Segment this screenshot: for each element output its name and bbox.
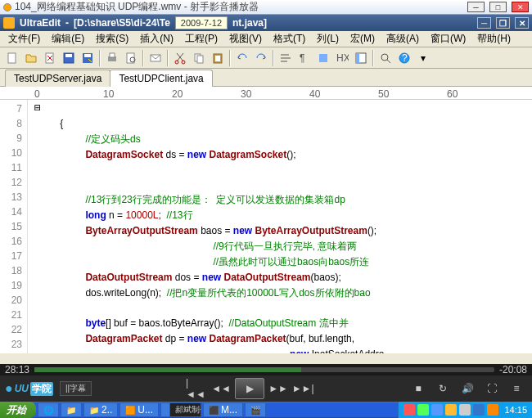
toolbar-dropdown-icon[interactable]: ▾ — [414, 49, 432, 67]
menu-format[interactable]: 格式(T) — [268, 31, 310, 47]
ue-minimize-button[interactable]: ─ — [477, 17, 491, 29]
toolbar-separator — [229, 50, 231, 66]
help-icon[interactable]: ? — [395, 49, 413, 67]
cut-icon[interactable] — [171, 49, 189, 67]
tray-icon[interactable] — [431, 404, 443, 416]
mail-icon[interactable] — [147, 49, 165, 67]
prev-track-icon[interactable]: |◄◄ — [186, 379, 207, 398]
toolbar: ¶ HX ? ▾ — [0, 47, 532, 69]
save-as-icon[interactable] — [79, 49, 97, 67]
video-player-bar: 28:13 -20:08 ●UU学院 ||字幕 |◄◄ ◄◄ ▶ ►► ►►| … — [0, 364, 532, 402]
menu-column[interactable]: 列(L) — [312, 31, 344, 47]
fullscreen-icon[interactable]: ⛶ — [481, 379, 503, 398]
show-spaces-icon[interactable]: ¶ — [295, 49, 313, 67]
print-icon[interactable] — [103, 49, 121, 67]
block-icon[interactable] — [314, 49, 332, 67]
outer-window-title: 104_网络编程基础知识 UDP编程.wmv - 射手影音播放器 — [15, 0, 462, 14]
taskbar-item[interactable]: 🎬 — [245, 402, 266, 417]
tray-icon[interactable] — [417, 404, 429, 416]
outer-maximize-button[interactable]: □ — [489, 2, 507, 12]
ultraedit-path-part1: [D:\share\S5\di-24\Te — [74, 17, 170, 29]
svg-rect-7 — [110, 53, 115, 57]
word-wrap-icon[interactable] — [277, 49, 295, 67]
progress-row: 28:13 -20:08 — [0, 364, 532, 375]
tray-icon[interactable] — [445, 404, 457, 416]
windows-taskbar: 开始 🌐 📁 📁 2.. 🟧 U... 郝斌制作 ⬛ M... 🎬 14:15 — [0, 402, 532, 418]
menu-macro[interactable]: 宏(M) — [345, 31, 380, 47]
subtitle-button[interactable]: ||字幕 — [60, 381, 92, 396]
tab-testudpserver[interactable]: TestUDPServer.java — [5, 70, 110, 87]
player-controls: ●UU学院 ||字幕 |◄◄ ◄◄ ▶ ►► ►►| ■ ↻ 🔊 ⛶ ≡ — [0, 375, 532, 402]
ue-close-button[interactable]: ✕ — [515, 17, 529, 29]
menu-advanced[interactable]: 高级(A) — [381, 31, 424, 47]
toolbar-separator — [273, 50, 274, 66]
panel-icon[interactable] — [352, 49, 370, 67]
menu-help[interactable]: 帮助(H) — [472, 31, 516, 47]
tab-testudpclient[interactable]: TestUDPClient.java — [110, 70, 212, 87]
open-file-icon[interactable] — [22, 49, 40, 67]
outer-window-titlebar: 104_网络编程基础知识 UDP编程.wmv - 射手影音播放器 ─ □ ✕ — [0, 0, 532, 15]
paste-icon[interactable] — [209, 49, 227, 67]
hex-icon[interactable]: HX — [333, 49, 351, 67]
menu-project[interactable]: 工程(P) — [180, 31, 223, 47]
new-file-icon[interactable] — [3, 49, 21, 67]
svg-rect-18 — [319, 54, 327, 62]
repeat-icon[interactable]: ↻ — [432, 379, 453, 398]
progress-bar[interactable] — [34, 367, 494, 372]
next-track-icon[interactable]: ►►| — [292, 379, 313, 398]
toolbar-separator — [372, 50, 374, 66]
taskbar-item[interactable]: 📁 2.. — [83, 402, 118, 417]
menu-view[interactable]: 视图(V) — [224, 31, 267, 47]
svg-rect-14 — [197, 56, 203, 63]
outer-minimize-button[interactable]: ─ — [467, 2, 485, 12]
menu-file[interactable]: 文件(F) — [3, 31, 45, 47]
svg-point-22 — [381, 54, 388, 61]
save-icon[interactable] — [60, 49, 78, 67]
svg-rect-16 — [215, 56, 220, 61]
ultraedit-logo-icon — [3, 17, 15, 29]
rewind-icon[interactable]: ◄◄ — [210, 379, 232, 398]
taskbar-item[interactable]: ⬛ M... — [203, 402, 243, 417]
close-file-icon[interactable] — [41, 49, 59, 67]
menu-insert[interactable]: 插入(N) — [135, 31, 178, 47]
toolbar-separator — [167, 50, 169, 66]
remaining-time: -20:08 — [499, 364, 527, 375]
ruler: 0 10 20 30 40 50 60 — [0, 87, 532, 100]
outer-close-button[interactable]: ✕ — [512, 2, 529, 12]
tray-icon[interactable] — [487, 404, 498, 416]
svg-rect-21 — [356, 53, 359, 63]
menu-edit[interactable]: 编辑(E) — [47, 31, 89, 47]
ue-restore-button[interactable]: ❐ — [496, 17, 510, 29]
play-button[interactable]: ▶ — [235, 378, 264, 399]
app-icon — [3, 3, 11, 11]
svg-text:HX: HX — [336, 52, 349, 64]
volume-icon[interactable]: 🔊 — [457, 379, 478, 398]
redo-icon[interactable] — [252, 49, 270, 67]
tray-icon[interactable] — [404, 404, 415, 416]
tray-icon[interactable] — [473, 404, 485, 416]
start-button[interactable]: 开始 — [0, 402, 36, 418]
undo-icon[interactable] — [233, 49, 251, 67]
taskbar-item[interactable]: 📁 — [61, 402, 82, 417]
tray-icon[interactable] — [459, 404, 471, 416]
print-preview-icon[interactable] — [122, 49, 140, 67]
taskbar-item[interactable]: 郝斌制作 — [160, 402, 201, 417]
taskbar-item[interactable]: 🌐 — [38, 402, 59, 417]
svg-rect-3 — [65, 54, 72, 57]
forward-icon[interactable]: ►► — [268, 379, 289, 398]
playlist-icon[interactable]: ≡ — [506, 379, 527, 398]
menu-bar: 文件(F) 编辑(E) 搜索(S) 插入(N) 工程(P) 视图(V) 格式(T… — [0, 31, 532, 47]
system-tray: 14:15 — [398, 402, 532, 418]
code-area[interactable]: ⊟ { //定义码头ds DatagramSocket ds = new Dat… — [28, 100, 532, 353]
menu-search[interactable]: 搜索(S) — [91, 31, 133, 47]
find-icon[interactable] — [376, 49, 394, 67]
toolbar-separator — [99, 50, 101, 66]
ultraedit-titlebar: UltraEdit - [D:\share\S5\di-24\Te 2009-7… — [0, 15, 532, 31]
svg-text:?: ? — [402, 52, 408, 64]
taskbar-item[interactable]: 🟧 U... — [119, 402, 159, 417]
menu-window[interactable]: 窗口(W) — [426, 31, 471, 47]
copy-icon[interactable] — [190, 49, 208, 67]
stop-icon[interactable]: ■ — [408, 379, 429, 398]
code-editor[interactable]: 7891011121314151617181920212223 ⊟ { //定义… — [0, 100, 532, 353]
taskbar-clock[interactable]: 14:15 — [501, 405, 527, 415]
